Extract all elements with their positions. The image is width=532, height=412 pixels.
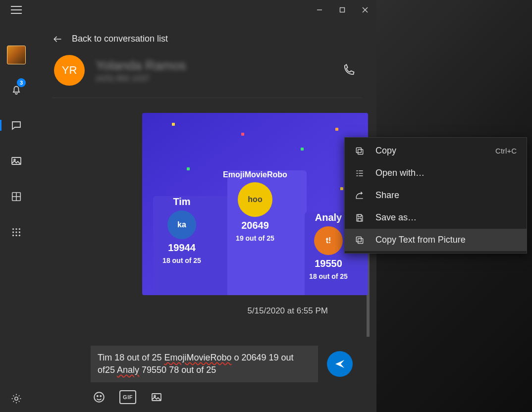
settings-nav[interactable] <box>0 388 32 409</box>
hamburger-icon <box>11 9 22 10</box>
svg-point-15 <box>12 235 13 236</box>
ctx-copy[interactable]: Copy Ctrl+C <box>345 140 527 162</box>
send-button[interactable] <box>327 351 353 377</box>
save-icon <box>354 213 366 223</box>
svg-point-12 <box>12 231 13 233</box>
copy-text-icon <box>354 235 366 245</box>
svg-rect-26 <box>356 148 361 153</box>
podium-right-sub: 18 out of 25 <box>309 272 348 280</box>
podium-right-medal: t! <box>314 226 343 255</box>
svg-point-13 <box>15 231 17 233</box>
hamburger-button[interactable] <box>0 0 32 20</box>
contact-name: Yolanda Ramos <box>96 58 327 73</box>
context-menu: Copy Ctrl+C Open with… Share Save as… Co… <box>344 137 527 254</box>
back-row[interactable]: Back to conversation list <box>32 20 376 48</box>
back-label: Back to conversation list <box>72 34 168 44</box>
message-input[interactable]: Tim 18 out of 25 EmojiMovieRobo o 20649 … <box>91 346 318 382</box>
chat-icon <box>10 119 22 131</box>
svg-point-21 <box>97 396 98 397</box>
svg-point-18 <box>14 397 17 400</box>
ctx-share[interactable]: Share <box>345 184 527 206</box>
dialpad-nav[interactable] <box>0 222 32 243</box>
podium-left-medal: ka <box>167 210 196 239</box>
svg-point-11 <box>18 228 20 230</box>
svg-point-22 <box>100 396 101 397</box>
svg-rect-36 <box>356 237 361 242</box>
photos-nav[interactable] <box>0 151 32 171</box>
messages-nav[interactable] <box>0 115 32 136</box>
podium-left-name: Tim <box>173 196 190 207</box>
svg-point-24 <box>154 396 156 397</box>
ctx-save-as[interactable]: Save as… <box>345 206 527 229</box>
conversation-panel: Back to conversation list YR Yolanda Ram… <box>32 20 376 412</box>
svg-point-10 <box>15 228 17 230</box>
podium-right-name: Analy <box>315 212 342 223</box>
svg-rect-34 <box>358 218 362 221</box>
contact-phone: (425) 892-1037 <box>96 74 327 83</box>
podium-mid-score: 20649 <box>241 220 269 231</box>
send-icon <box>334 358 346 370</box>
dialpad-icon <box>11 227 22 238</box>
image-icon <box>10 155 22 167</box>
copy-icon <box>354 146 366 156</box>
back-arrow-icon <box>52 35 63 44</box>
profile-thumbnail[interactable] <box>7 46 26 64</box>
close-button[interactable] <box>354 2 376 17</box>
ctx-copy-text-from-picture[interactable]: Copy Text from Picture <box>345 229 527 251</box>
svg-point-14 <box>18 231 20 233</box>
podium-mid-name: EmojiMovieRobo <box>223 170 287 179</box>
call-button[interactable] <box>338 59 360 81</box>
svg-rect-1 <box>340 8 345 12</box>
titlebar <box>0 0 376 20</box>
share-icon <box>354 191 366 201</box>
svg-rect-33 <box>358 214 362 216</box>
image-attach-icon <box>150 391 163 403</box>
notifications-nav[interactable]: 3 <box>0 79 32 100</box>
grid-icon <box>11 191 22 202</box>
maximize-button[interactable] <box>331 2 354 17</box>
contact-avatar[interactable]: YR <box>54 55 85 86</box>
open-with-icon <box>354 168 366 178</box>
svg-point-5 <box>14 159 15 161</box>
podium: Tim ka 19944 18 out of 25 EmojiMovieRobo… <box>142 171 368 295</box>
close-icon <box>362 7 368 13</box>
podium-left-sub: 18 out of 25 <box>162 257 201 264</box>
contact-header: YR Yolanda Ramos (425) 892-1037 <box>32 48 376 93</box>
gif-button[interactable]: GIF <box>119 390 136 404</box>
svg-rect-25 <box>358 149 363 154</box>
svg-rect-35 <box>358 238 363 243</box>
minimize-icon <box>317 7 322 13</box>
image-button[interactable] <box>149 390 164 404</box>
podium-mid-medal: hoo <box>238 182 272 217</box>
message-timestamp: 5/15/2020 at 6:55 PM <box>32 295 356 316</box>
maximize-icon <box>339 7 345 13</box>
phone-icon <box>342 63 356 77</box>
message-image[interactable]: Tim ka 19944 18 out of 25 EmojiMovieRobo… <box>142 113 368 295</box>
emoji-icon <box>93 391 106 404</box>
ctx-open-with[interactable]: Open with… <box>345 162 527 184</box>
compose-row: Tim 18 out of 25 EmojiMovieRobo o 20649 … <box>32 337 376 389</box>
podium-mid-sub: 19 out of 25 <box>236 234 274 242</box>
podium-left-score: 19944 <box>168 242 196 254</box>
apps-nav[interactable] <box>0 186 32 207</box>
sidebar: 3 <box>0 20 32 412</box>
gear-icon <box>10 393 22 405</box>
notification-badge: 3 <box>17 78 26 87</box>
svg-point-20 <box>94 392 104 402</box>
svg-point-17 <box>18 235 20 236</box>
podium-right-score: 19550 <box>315 258 342 269</box>
app-window: 3 Back to c <box>0 0 376 412</box>
emoji-button[interactable] <box>92 390 106 404</box>
message-list: Tim ka 19944 18 out of 25 EmojiMovieRobo… <box>32 98 376 337</box>
svg-point-16 <box>15 235 17 236</box>
svg-point-9 <box>12 228 13 230</box>
minimize-button[interactable] <box>308 2 331 17</box>
attach-row: GIF <box>32 389 376 412</box>
